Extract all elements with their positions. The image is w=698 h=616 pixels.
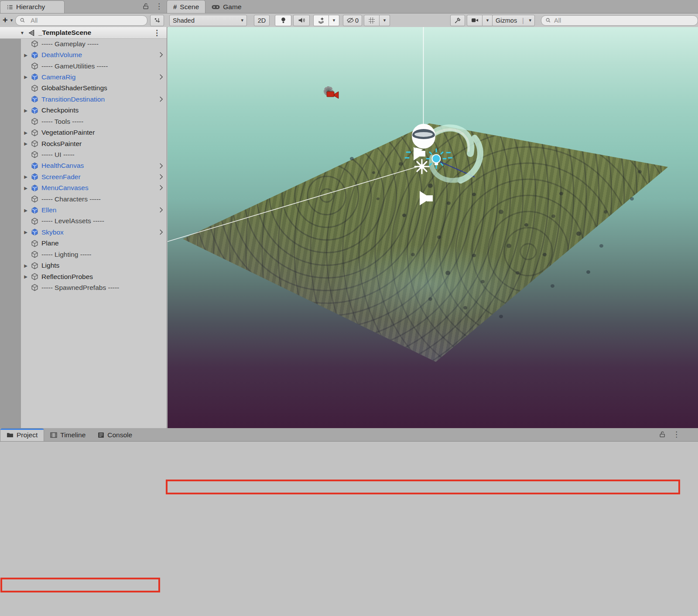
add-caret-icon[interactable]: ▾: [10, 17, 13, 23]
hierarchy-item[interactable]: GlobalShaderSettings: [21, 83, 167, 94]
scene-camera-button[interactable]: [467, 15, 482, 26]
children-chevron-icon[interactable]: [159, 52, 163, 58]
lock-icon[interactable]: [659, 431, 666, 438]
scene-root-menu-icon[interactable]: ⋮: [153, 28, 161, 37]
expander-icon[interactable]: ▶: [21, 263, 31, 268]
hierarchy-panel: Hierarchy ⋮ + ▾ ▼ _TemplateScene ⋮ -----…: [0, 0, 167, 428]
add-icon[interactable]: +: [3, 15, 8, 25]
project-menu-icon[interactable]: ⋮: [673, 430, 680, 439]
hierarchy-item[interactable]: ----- Lighting -----: [21, 249, 167, 260]
hidden-objects-button[interactable]: 0: [343, 15, 362, 26]
hierarchy-item[interactable]: ----- Tools -----: [21, 116, 167, 127]
tab-project[interactable]: Project: [0, 428, 44, 441]
2d-toggle-button[interactable]: 2D: [254, 15, 270, 26]
scene-viewport[interactable]: y x z Persp: [168, 27, 698, 428]
hierarchy-item[interactable]: ----- Characters -----: [21, 194, 167, 204]
hidden-objects-count: 0: [355, 17, 359, 24]
hierarchy-sort-button[interactable]: [150, 15, 164, 26]
expander-icon[interactable]: ▶: [21, 274, 31, 279]
children-chevron-icon[interactable]: [159, 174, 163, 180]
audio-source-2-gizmo-icon[interactable]: [420, 191, 433, 205]
scene-grid-button[interactable]: [364, 15, 380, 26]
hierarchy-item[interactable]: ▶Lights: [21, 260, 167, 271]
scene-search-input[interactable]: [553, 17, 694, 24]
hierarchy-item-label: TransitionDestination: [41, 95, 105, 103]
scene-root-expander-icon[interactable]: ▼: [17, 31, 27, 35]
hierarchy-item-label: ----- LevelAssets -----: [41, 217, 104, 225]
expander-icon[interactable]: ▶: [21, 186, 31, 191]
shading-mode-dropdown[interactable]: Shaded ▾: [169, 15, 247, 26]
expander-icon[interactable]: ▶: [21, 230, 31, 235]
children-chevron-icon[interactable]: [159, 96, 163, 102]
gameobject-cube-icon: [31, 272, 39, 281]
expander-icon[interactable]: ▶: [21, 141, 31, 146]
tab-console[interactable]: Console: [92, 429, 138, 441]
hierarchy-item[interactable]: ▶MenuCanvases: [21, 182, 167, 193]
hierarchy-search[interactable]: [15, 15, 147, 26]
unity-scene-icon: [27, 29, 36, 37]
hierarchy-item-label: ----- Gameplay -----: [41, 40, 99, 48]
scene-camera-caret[interactable]: ▾: [482, 15, 493, 26]
tab-label: Scene: [180, 3, 199, 11]
tab-scene[interactable]: #Scene: [167, 0, 205, 13]
prefab-cube-icon: [31, 95, 39, 103]
hierarchy-item[interactable]: ▶ScreenFader: [21, 171, 167, 182]
scene-tools-button[interactable]: [450, 15, 465, 26]
gameobject-cube-icon: [31, 84, 39, 92]
hierarchy-item-label: MenuCanvases: [41, 184, 89, 192]
children-chevron-icon[interactable]: [159, 207, 163, 213]
hierarchy-search-input[interactable]: [30, 17, 143, 24]
hierarchy-item[interactable]: ----- Gameplay -----: [21, 38, 167, 49]
hierarchy-item[interactable]: ----- SpawnedPrefabs -----: [21, 282, 167, 293]
hierarchy-item[interactable]: ----- UI -----: [21, 149, 167, 160]
flare-gizmo-icon[interactable]: [415, 160, 429, 174]
hierarchy-item[interactable]: ----- LevelAssets -----: [21, 216, 167, 227]
hierarchy-item[interactable]: ▶DeathVolume: [21, 49, 167, 60]
hierarchy-item[interactable]: ----- GameUtilities -----: [21, 61, 167, 71]
hierarchy-item[interactable]: HealthCanvas: [21, 160, 167, 171]
tab-timeline[interactable]: Timeline: [44, 429, 92, 441]
children-chevron-icon[interactable]: [159, 229, 163, 235]
hierarchy-item[interactable]: ▶Checkpoints: [21, 105, 167, 116]
hierarchy-item[interactable]: ▶Skybox: [21, 227, 167, 238]
expander-icon[interactable]: ▶: [21, 208, 31, 213]
hierarchy-item-label: ScreenFader: [41, 173, 81, 181]
scene-search[interactable]: [541, 15, 698, 26]
hierarchy-tabbar: Hierarchy ⋮: [0, 0, 167, 14]
scene-lighting-button[interactable]: [275, 15, 291, 26]
children-chevron-icon[interactable]: [159, 74, 163, 80]
gameobject-cube-icon: [31, 117, 39, 126]
gizmos-dropdown[interactable]: Gizmos | ▾: [492, 15, 535, 26]
scene-effects-button[interactable]: [313, 15, 329, 26]
lock-icon[interactable]: [142, 3, 150, 10]
expander-icon[interactable]: ▶: [21, 75, 31, 79]
children-chevron-icon[interactable]: [159, 163, 163, 169]
prefab-cube-icon: [31, 51, 39, 59]
particle-swirl-effect[interactable]: [431, 128, 480, 180]
tab-game[interactable]: Game: [205, 1, 247, 13]
expander-icon[interactable]: ▶: [21, 53, 31, 58]
hierarchy-item[interactable]: ▶CameraRig: [21, 71, 167, 82]
scene-effects-caret[interactable]: ▾: [329, 15, 339, 26]
expander-icon[interactable]: ▶: [21, 108, 31, 113]
scene-grid-caret[interactable]: ▾: [380, 15, 390, 26]
hierarchy-item[interactable]: ▶ReflectionProbes: [21, 271, 167, 282]
folder-tab: [7, 432, 14, 438]
children-chevron-icon[interactable]: [159, 185, 163, 191]
scene-audio-button[interactable]: [293, 15, 310, 26]
hierarchy-item[interactable]: ▶RocksPainter: [21, 138, 167, 149]
gameobject-cube-icon: [31, 239, 39, 248]
prefab-cube-icon: [31, 162, 39, 170]
hierarchy-item[interactable]: Plane: [21, 238, 167, 249]
hierarchy-scene-root-row[interactable]: ▼ _TemplateScene ⋮: [0, 27, 167, 39]
hierarchy-item[interactable]: ▶Ellen: [21, 204, 167, 215]
light-gizmo-icon[interactable]: [427, 149, 446, 168]
expander-icon[interactable]: ▶: [21, 130, 31, 135]
expander-icon[interactable]: ▶: [21, 174, 31, 179]
hierarchy-item[interactable]: ▶VegetationPainter: [21, 127, 167, 138]
camera-rig-gizmo-icon[interactable]: [324, 86, 339, 99]
hierarchy-item-label: VegetationPainter: [41, 129, 95, 136]
hierarchy-item[interactable]: TransitionDestination: [21, 94, 167, 105]
hierarchy-menu-icon[interactable]: ⋮: [155, 2, 163, 11]
tab-hierarchy[interactable]: Hierarchy: [0, 0, 65, 13]
